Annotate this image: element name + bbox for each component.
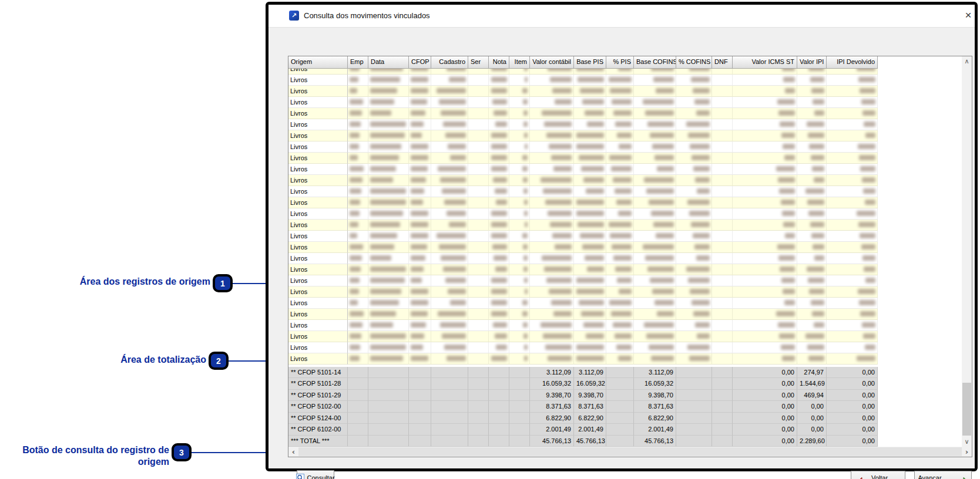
cell-base_cofins bbox=[634, 69, 676, 75]
cell-ipi_devolvido bbox=[827, 253, 878, 264]
column-header-valor_contabil[interactable]: Valor contábil bbox=[530, 56, 574, 69]
table-row[interactable]: Livros bbox=[288, 86, 878, 97]
cell-emp bbox=[348, 108, 368, 119]
table-row[interactable]: Livros bbox=[288, 108, 878, 119]
table-row[interactable]: Livros bbox=[288, 175, 878, 186]
column-header-data[interactable]: Data bbox=[368, 56, 409, 69]
scroll-right-icon[interactable]: › bbox=[962, 447, 972, 457]
column-header-nota[interactable]: Nota bbox=[489, 56, 509, 69]
redacted-value bbox=[857, 356, 875, 361]
column-header-base_pis[interactable]: Base PIS bbox=[574, 56, 606, 69]
cell-dnf bbox=[712, 108, 733, 119]
table-row[interactable]: Livros bbox=[288, 286, 878, 298]
column-header-origem[interactable]: Origem bbox=[288, 56, 348, 69]
magnifier-icon bbox=[296, 474, 304, 479]
cell-item bbox=[509, 75, 530, 86]
column-header-base_cofins[interactable]: Base COFINS bbox=[634, 56, 676, 69]
column-header-ser[interactable]: Ser bbox=[468, 56, 489, 69]
horizontal-scrollbar[interactable]: ‹ › bbox=[288, 447, 972, 457]
column-header-pct_pis[interactable]: % PIS bbox=[606, 56, 634, 69]
redacted-value bbox=[583, 322, 604, 328]
totals-cell-valor_contabil: 16.059,32 bbox=[530, 378, 574, 389]
cell-pct_pis bbox=[606, 69, 634, 75]
totals-cell-valor_ipi: 2.289,60 bbox=[797, 436, 827, 447]
totals-cell-base_pis: 3.112,09 bbox=[574, 367, 606, 378]
table-row[interactable]: Livros bbox=[288, 253, 878, 264]
close-icon[interactable]: × bbox=[961, 8, 976, 23]
redacted-value bbox=[576, 211, 604, 216]
cell-item bbox=[509, 69, 530, 75]
column-header-valor_ipi[interactable]: Valor IPI bbox=[797, 56, 827, 69]
column-header-valor_icms_st[interactable]: Valor ICMS ST bbox=[733, 56, 797, 69]
vertical-scrollbar[interactable]: ∧ ∨ bbox=[962, 56, 972, 447]
title-bar[interactable]: ↗ Consulta dos movimentos vinculados × bbox=[269, 5, 975, 28]
cell-pct_pis bbox=[606, 231, 634, 242]
redacted-value bbox=[370, 300, 399, 305]
column-header-cfop[interactable]: CFOP bbox=[409, 56, 431, 69]
redacted-value bbox=[650, 133, 674, 138]
redacted-value bbox=[814, 177, 824, 183]
cell-item bbox=[509, 353, 530, 365]
table-row[interactable]: Livros bbox=[288, 208, 878, 220]
table-row[interactable]: Livros bbox=[288, 153, 878, 164]
table-row[interactable]: Livros bbox=[288, 141, 878, 153]
redacted-value bbox=[350, 255, 362, 261]
table-row[interactable]: Livros bbox=[288, 164, 878, 175]
cell-valor_ipi bbox=[797, 75, 827, 86]
scroll-up-icon[interactable]: ∧ bbox=[962, 56, 972, 66]
cell-ser bbox=[468, 108, 489, 119]
column-header-emp[interactable]: Emp bbox=[348, 56, 368, 69]
scroll-down-icon[interactable]: ∨ bbox=[962, 437, 972, 447]
redacted-value bbox=[411, 200, 423, 205]
table-row[interactable]: Livros bbox=[288, 97, 878, 108]
table-row[interactable]: Livros bbox=[288, 298, 878, 309]
scroll-left-icon[interactable]: ‹ bbox=[288, 447, 298, 457]
table-row[interactable]: Livros bbox=[288, 309, 878, 320]
voltar-button[interactable]: Voltar (page up) bbox=[851, 471, 905, 479]
table-row[interactable]: Livros bbox=[288, 186, 878, 197]
consultar-button[interactable]: Consultar bbox=[297, 470, 334, 479]
table-row[interactable]: Livros bbox=[288, 75, 878, 86]
redacted-value bbox=[491, 133, 507, 138]
table-row[interactable]: Livros bbox=[288, 69, 878, 75]
redacted-value bbox=[492, 244, 507, 249]
column-header-item[interactable]: Item bbox=[509, 56, 530, 69]
cell-data bbox=[368, 130, 409, 141]
table-row[interactable]: Livros bbox=[288, 353, 878, 365]
redacted-value bbox=[548, 69, 572, 71]
totals-cell-cfop bbox=[409, 413, 431, 424]
table-row[interactable]: Livros bbox=[288, 197, 878, 208]
cell-pct_cofins bbox=[676, 264, 712, 275]
totals-row: ** CFOP 6102-002.001,492.001,492.001,490… bbox=[288, 424, 878, 435]
column-header-cadastro[interactable]: Cadastro bbox=[431, 56, 468, 69]
horizontal-scroll-thumb[interactable] bbox=[298, 447, 962, 456]
cell-item bbox=[509, 153, 530, 164]
vertical-scroll-thumb[interactable] bbox=[962, 383, 971, 436]
cell-data bbox=[368, 153, 409, 164]
table-row[interactable]: Livros bbox=[288, 331, 878, 342]
redacted-value bbox=[808, 211, 824, 216]
cell-nota bbox=[489, 119, 509, 130]
table-row[interactable]: Livros bbox=[288, 320, 878, 331]
table-row[interactable]: Livros bbox=[288, 342, 878, 353]
cell-base_pis bbox=[574, 69, 606, 75]
redacted-value bbox=[550, 77, 572, 82]
column-header-pct_cofins[interactable]: % COFINS bbox=[676, 56, 712, 69]
cell-base_cofins bbox=[634, 353, 676, 365]
column-header-ipi_devolvido[interactable]: IPI Devolvido bbox=[827, 56, 878, 69]
totals-cell-pct_pis bbox=[606, 413, 634, 424]
table-row[interactable]: Livros bbox=[288, 242, 878, 253]
cell-dnf bbox=[712, 153, 733, 164]
table-row[interactable]: Livros bbox=[288, 275, 878, 286]
table-row[interactable]: Livros bbox=[288, 264, 878, 275]
dialog-body: OrigemEmpDataCFOPCadastroSerNotaItemValo… bbox=[269, 28, 975, 468]
redacted-value bbox=[438, 166, 466, 171]
table-row[interactable]: Livros bbox=[288, 231, 878, 242]
table-row[interactable]: Livros bbox=[288, 220, 878, 231]
totals-cell-valor_ipi: 0,00 bbox=[797, 424, 827, 435]
column-header-dnf[interactable]: DNF bbox=[712, 56, 733, 69]
redacted-value bbox=[350, 166, 364, 171]
avancar-button[interactable]: Avançar (page down) bbox=[914, 471, 972, 479]
table-row[interactable]: Livros bbox=[288, 119, 878, 130]
table-row[interactable]: Livros bbox=[288, 130, 878, 141]
